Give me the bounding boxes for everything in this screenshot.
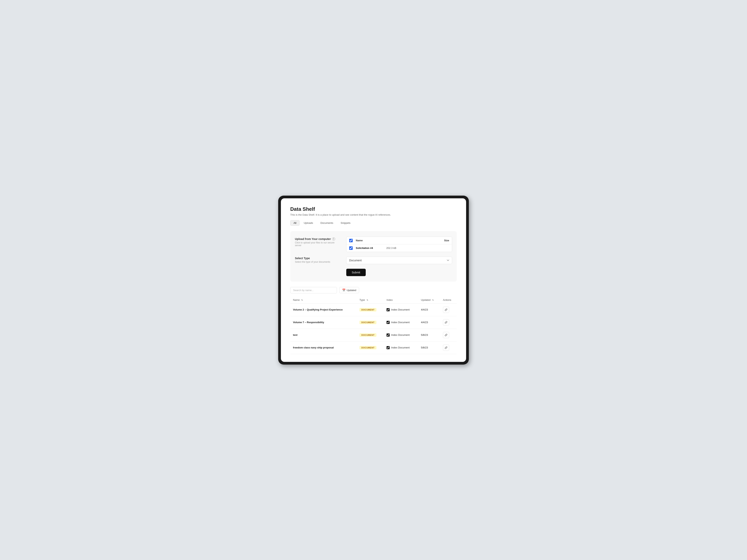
col-index-label: Index bbox=[387, 298, 393, 301]
col-type-label: Type bbox=[360, 298, 365, 301]
tabs-container: All Uploads Documents Snippets bbox=[290, 220, 457, 226]
file-table: Name Size Solicitation #4 202.3 kB bbox=[346, 237, 452, 252]
tab-snippets[interactable]: Snippets bbox=[337, 220, 354, 226]
filter-updated-badge[interactable]: 📅 Updated bbox=[339, 287, 359, 293]
cell-updated-1: 4/4/23 bbox=[418, 316, 440, 329]
page-subtitle: This is the Data Shelf. It is a place to… bbox=[290, 213, 457, 216]
type-badge-3: DOCUMENT bbox=[360, 346, 377, 349]
device-screen: Data Shelf This is the Data Shelf. It is… bbox=[281, 198, 466, 362]
select-left-panel: Select Type Select the type of your docu… bbox=[295, 257, 342, 264]
action-link-button-2[interactable] bbox=[443, 332, 449, 338]
index-label-2: Index Document bbox=[391, 334, 410, 337]
upload-row: Upload from Your computer ℹ Click to upl… bbox=[295, 237, 452, 252]
page-title: Data Shelf bbox=[290, 206, 457, 212]
table-header-row: Name ⇅ Type ⇅ Index Updated ⇅ bbox=[290, 296, 457, 303]
select-type-label: Select Type bbox=[295, 257, 342, 260]
select-right-panel: Document Snippet Upload bbox=[346, 257, 452, 264]
header-checkbox[interactable] bbox=[349, 239, 353, 242]
cell-actions-1 bbox=[440, 316, 457, 329]
index-checkbox-2[interactable] bbox=[387, 334, 390, 337]
action-link-button-0[interactable] bbox=[443, 306, 449, 313]
filter-row: 📅 Updated bbox=[290, 287, 457, 293]
col-actions-label: Actions bbox=[443, 298, 451, 301]
cell-name-0: Volume 2 – Qualifying Project Experience bbox=[290, 303, 357, 316]
search-input[interactable] bbox=[290, 287, 337, 293]
index-checkbox-0[interactable] bbox=[387, 308, 390, 311]
col-header-actions: Actions bbox=[440, 296, 457, 303]
submit-row: Submit bbox=[295, 269, 452, 276]
cell-actions-3 bbox=[440, 341, 457, 354]
upload-hint: Click to upload your files to our secure… bbox=[295, 241, 342, 247]
table-row: Volume 2 – Qualifying Project Experience… bbox=[290, 303, 457, 316]
action-link-button-3[interactable] bbox=[443, 345, 449, 351]
select-type-hint: Select the type of your documents bbox=[295, 261, 342, 263]
table-row: Volume 7 – Responsibility DOCUMENT Index… bbox=[290, 316, 457, 329]
index-checkbox-1[interactable] bbox=[387, 321, 390, 324]
info-icon[interactable]: ℹ bbox=[332, 237, 335, 241]
data-table: Name ⇅ Type ⇅ Index Updated ⇅ bbox=[290, 296, 457, 354]
table-body: Volume 2 – Qualifying Project Experience… bbox=[290, 303, 457, 354]
col-header-name: Name ⇅ bbox=[290, 296, 357, 303]
upload-section: Upload from Your computer ℹ Click to upl… bbox=[290, 231, 457, 282]
col-updated-label: Updated bbox=[421, 298, 431, 301]
upload-left-panel: Upload from Your computer ℹ Click to upl… bbox=[295, 237, 342, 252]
filter-badge-label: Updated bbox=[347, 289, 356, 292]
upload-label-text: Upload from Your computer bbox=[295, 237, 331, 241]
device-frame: Data Shelf This is the Data Shelf. It is… bbox=[278, 195, 469, 365]
select-type-row: Select Type Select the type of your docu… bbox=[295, 257, 452, 264]
tab-uploads[interactable]: Uploads bbox=[300, 220, 316, 226]
upload-right-panel: Name Size Solicitation #4 202.3 kB bbox=[346, 237, 452, 252]
index-checkbox-3[interactable] bbox=[387, 346, 390, 349]
calendar-icon: 📅 bbox=[342, 289, 345, 292]
action-link-button-1[interactable] bbox=[443, 319, 449, 325]
cell-index-3: Index Document bbox=[384, 341, 418, 354]
type-select[interactable]: Document Snippet Upload bbox=[346, 257, 452, 264]
cell-name-2: test bbox=[290, 329, 357, 341]
cell-name-1: Volume 7 – Responsibility bbox=[290, 316, 357, 329]
cell-updated-0: 4/4/23 bbox=[418, 303, 440, 316]
type-badge-0: DOCUMENT bbox=[360, 308, 377, 312]
cell-name-3: freedom class navy ship proposal bbox=[290, 341, 357, 354]
tab-all[interactable]: All bbox=[290, 220, 300, 226]
file-col-size-header: Size bbox=[426, 239, 449, 242]
cell-index-2: Index Document bbox=[384, 329, 418, 341]
table-row: test DOCUMENT Index Document 5/8/23 bbox=[290, 329, 457, 341]
cell-type-0: DOCUMENT bbox=[357, 303, 384, 316]
file-table-header: Name Size bbox=[346, 237, 452, 244]
cell-type-1: DOCUMENT bbox=[357, 316, 384, 329]
col-updated-sort-icon[interactable]: ⇅ bbox=[432, 299, 434, 301]
col-type-sort-icon[interactable]: ⇅ bbox=[366, 299, 368, 301]
cell-actions-2 bbox=[440, 329, 457, 341]
cell-updated-2: 5/8/23 bbox=[418, 329, 440, 341]
col-header-type: Type ⇅ bbox=[357, 296, 384, 303]
table-row: freedom class navy ship proposal DOCUMEN… bbox=[290, 341, 457, 354]
index-label-1: Index Document bbox=[391, 321, 410, 324]
file-size-0: 202.3 kB bbox=[373, 246, 396, 249]
cell-actions-0 bbox=[440, 303, 457, 316]
col-header-index: Index bbox=[384, 296, 418, 303]
file-checkbox-0[interactable] bbox=[349, 246, 353, 250]
cell-type-3: DOCUMENT bbox=[357, 341, 384, 354]
file-table-row: Solicitation #4 202.3 kB bbox=[346, 244, 452, 252]
col-header-updated: Updated ⇅ bbox=[418, 296, 440, 303]
col-name-sort-icon[interactable]: ⇅ bbox=[301, 299, 303, 301]
table-head: Name ⇅ Type ⇅ Index Updated ⇅ bbox=[290, 296, 457, 303]
type-badge-1: DOCUMENT bbox=[360, 321, 377, 324]
upload-label: Upload from Your computer ℹ bbox=[295, 237, 342, 241]
submit-button[interactable]: Submit bbox=[346, 269, 366, 276]
cell-type-2: DOCUMENT bbox=[357, 329, 384, 341]
cell-index-1: Index Document bbox=[384, 316, 418, 329]
cell-index-0: Index Document bbox=[384, 303, 418, 316]
type-badge-2: DOCUMENT bbox=[360, 333, 377, 337]
col-name-label: Name bbox=[293, 298, 300, 301]
index-label-0: Index Document bbox=[391, 308, 410, 311]
file-col-name-header: Name bbox=[356, 239, 426, 242]
index-label-3: Index Document bbox=[391, 346, 410, 349]
tab-documents[interactable]: Documents bbox=[317, 220, 337, 226]
file-name-0: Solicitation #4 bbox=[356, 246, 373, 249]
cell-updated-3: 5/8/23 bbox=[418, 341, 440, 354]
